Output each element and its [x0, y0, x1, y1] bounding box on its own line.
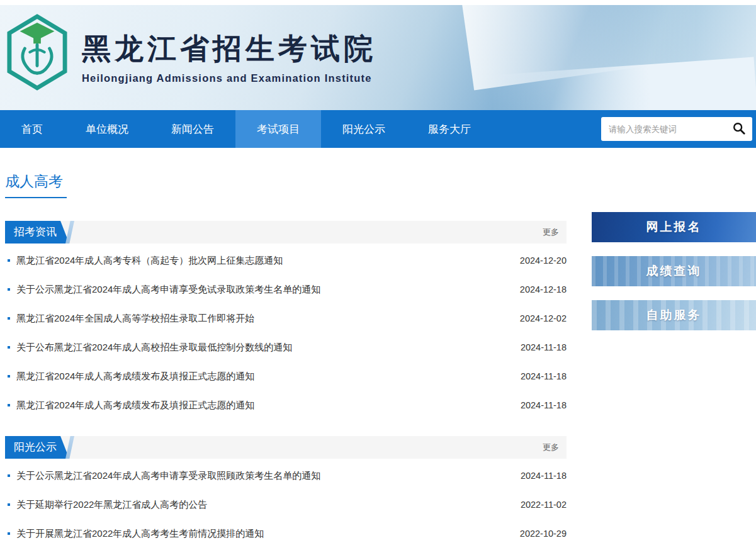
news-title[interactable]: 黑龙江省2024年成人高考专科（高起专）批次网上征集志愿通知 — [16, 255, 509, 267]
news-title[interactable]: 黑龙江省2024年成人高考成绩发布及填报正式志愿的通知 — [16, 400, 509, 412]
news-list: 关于公示黑龙江省2024年成人高考申请享受录取照顾政策考生名单的通知 2024-… — [5, 459, 567, 548]
nav-item-exams[interactable]: 考试项目 — [235, 110, 321, 148]
search-input[interactable] — [609, 125, 731, 134]
sidebar-button-score-inquiry[interactable]: 成绩查询 — [592, 256, 756, 286]
bullet-icon — [8, 532, 10, 535]
news-date: 2024-11-18 — [521, 371, 567, 381]
section-header: 阳光公示 更多 — [5, 436, 567, 459]
page-title: 成人高考 — [5, 172, 67, 198]
news-date: 2024-12-20 — [520, 255, 567, 266]
section-header: 招考资讯 更多 — [5, 221, 567, 244]
more-link[interactable]: 更多 — [543, 442, 559, 453]
bullet-icon — [8, 288, 10, 291]
main-column: 成人高考 招考资讯 更多 黑龙江省2024年成人高考专科（高起专）批次网上征集志… — [5, 172, 567, 560]
news-date: 2024-11-18 — [521, 471, 567, 481]
nav-item-news[interactable]: 新闻公告 — [150, 110, 235, 148]
search-button[interactable] — [731, 121, 747, 137]
list-item[interactable]: 关于公布黑龙江省2024年成人高校招生录取最低控制分数线的通知 2024-11-… — [5, 333, 567, 362]
list-item[interactable]: 黑龙江省2024年成人高考成绩发布及填报正式志愿的通知 2024-11-18 — [5, 391, 567, 420]
nav-item-publicity[interactable]: 阳光公示 — [321, 110, 407, 148]
page-content: 成人高考 招考资讯 更多 黑龙江省2024年成人高考专科（高起专）批次网上征集志… — [0, 148, 756, 560]
site-header: 黑龙江省招生考试院 Heilongjiang Admissions and Ex… — [0, 5, 756, 110]
search-icon — [732, 121, 746, 137]
news-date: 2024-11-18 — [521, 342, 567, 352]
list-item[interactable]: 黑龙江省2024年成人高考专科（高起专）批次网上征集志愿通知 2024-12-2… — [5, 246, 567, 275]
bullet-icon — [8, 503, 10, 506]
news-title[interactable]: 黑龙江省2024年全国成人高等学校招生录取工作即将开始 — [16, 313, 509, 325]
bullet-icon — [8, 474, 10, 477]
sidebar-button-online-registration[interactable]: 网上报名 — [592, 212, 756, 242]
news-date: 2022-10-29 — [520, 529, 567, 539]
list-item[interactable]: 黑龙江省2024年全国成人高等学校招生录取工作即将开始 2024-12-02 — [5, 304, 567, 333]
nav-item-about[interactable]: 单位概况 — [64, 110, 150, 148]
site-logo[interactable] — [6, 14, 68, 91]
section-tab-accent — [65, 436, 74, 459]
list-item[interactable]: 黑龙江省2024年成人高考成绩发布及填报正式志愿的通知 2024-11-18 — [5, 362, 567, 391]
main-nav: 首页 单位概况 新闻公告 考试项目 阳光公示 服务大厅 — [0, 110, 756, 148]
news-date: 2022-11-02 — [521, 500, 567, 510]
sidebar: 网上报名 成绩查询 自助服务 — [592, 172, 756, 560]
list-item[interactable]: 关于公示黑龙江省2024年成人高考申请享受免试录取政策考生名单的通知 2024-… — [5, 275, 567, 304]
list-item[interactable]: 关于公示黑龙江省2024年成人高考申请享受录取照顾政策考生名单的通知 2024-… — [5, 461, 567, 490]
section-title: 招考资讯 — [5, 221, 69, 244]
news-title[interactable]: 关于延期举行2022年黑龙江省成人高考的公告 — [16, 499, 509, 511]
section-admission-news: 招考资讯 更多 黑龙江省2024年成人高考专科（高起专）批次网上征集志愿通知 2… — [5, 221, 567, 420]
news-date: 2024-12-18 — [520, 284, 567, 294]
news-title[interactable]: 关于公布黑龙江省2024年成人高校招生录取最低控制分数线的通知 — [16, 342, 509, 354]
news-title[interactable]: 关于公示黑龙江省2024年成人高考申请享受免试录取政策考生名单的通知 — [16, 284, 509, 296]
news-title[interactable]: 关于开展黑龙江省2022年成人高考考生考前情况摸排的通知 — [16, 528, 509, 540]
more-link[interactable]: 更多 — [543, 227, 559, 238]
news-list: 黑龙江省2024年成人高考专科（高起专）批次网上征集志愿通知 2024-12-2… — [5, 244, 567, 420]
nav-item-home[interactable]: 首页 — [0, 110, 64, 148]
news-title[interactable]: 关于公示黑龙江省2024年成人高考申请享受录取照顾政策考生名单的通知 — [16, 470, 509, 482]
bullet-icon — [8, 259, 10, 262]
section-sunshine-publicity: 阳光公示 更多 关于公示黑龙江省2024年成人高考申请享受录取照顾政策考生名单的… — [5, 436, 567, 548]
bullet-icon — [8, 346, 10, 349]
section-tab-accent — [65, 221, 74, 244]
list-item[interactable]: 关于延期举行2022年黑龙江省成人高考的公告 2022-11-02 — [5, 490, 567, 519]
nav-item-service-hall[interactable]: 服务大厅 — [407, 110, 492, 148]
news-title[interactable]: 黑龙江省2024年成人高考成绩发布及填报正式志愿的通知 — [16, 371, 509, 383]
site-title: 黑龙江省招生考试院 — [82, 30, 376, 69]
site-subtitle: Heilongjiang Admissions and Examination … — [82, 72, 376, 84]
bullet-icon — [8, 317, 10, 320]
news-date: 2024-11-18 — [521, 400, 567, 410]
bullet-icon — [8, 375, 10, 378]
section-title: 阳光公示 — [5, 436, 69, 459]
sidebar-button-self-service[interactable]: 自助服务 — [592, 300, 756, 330]
news-date: 2024-12-02 — [520, 313, 567, 323]
search-box — [601, 117, 752, 141]
bullet-icon — [8, 404, 10, 406]
list-item[interactable]: 关于开展黑龙江省2022年成人高考考生考前情况摸排的通知 2022-10-29 — [5, 519, 567, 548]
